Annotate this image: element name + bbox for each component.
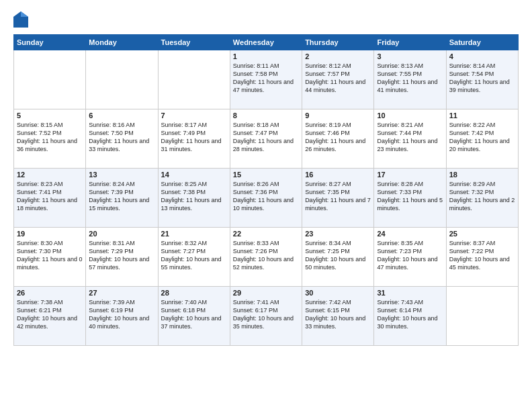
calendar-table: SundayMondayTuesdayWednesdayThursdayFrid… [13,34,519,346]
cell-content: Sunset: 7:33 PM [377,188,443,196]
day-number: 9 [305,111,371,120]
cell-content: Sunrise: 7:38 AM [17,298,83,306]
day-number: 23 [305,230,371,238]
calendar-cell: 2Sunrise: 8:12 AMSunset: 7:57 PMDaylight… [302,50,374,109]
day-number: 3 [377,52,443,60]
cell-content: Daylight: 11 hours and 7 minutes. [305,196,371,212]
page-container: SundayMondayTuesdayWednesdayThursdayFrid… [0,0,532,353]
cell-content: Daylight: 10 hours and 55 minutes. [161,255,227,271]
cell-content: Sunrise: 8:23 AM [17,180,83,188]
calendar-cell [86,50,158,109]
cell-content: Sunset: 7:35 PM [305,188,371,196]
cell-content: Daylight: 11 hours and 10 minutes. [233,196,299,212]
cell-content: Sunrise: 8:14 AM [449,62,515,70]
cell-content: Sunrise: 8:24 AM [89,180,154,188]
cell-content: Daylight: 10 hours and 50 minutes. [305,255,371,271]
cell-content: Sunset: 7:54 PM [449,70,515,78]
cell-content: Sunset: 7:52 PM [17,129,83,137]
cell-content: Sunset: 7:47 PM [233,129,299,137]
day-number: 12 [17,171,83,179]
cell-content: Daylight: 11 hours and 2 minutes. [449,196,515,212]
cell-content: Sunrise: 8:31 AM [89,239,154,247]
calendar-cell: 10Sunrise: 8:21 AMSunset: 7:44 PMDayligh… [374,109,446,169]
calendar-cell: 7Sunrise: 8:17 AMSunset: 7:49 PMDaylight… [158,109,230,169]
calendar-cell: 31Sunrise: 7:43 AMSunset: 6:14 PMDayligh… [374,287,446,346]
cell-content: Daylight: 11 hours and 44 minutes. [305,78,371,94]
cell-content: Sunrise: 8:15 AM [17,121,83,129]
cell-content: Sunrise: 8:32 AM [161,239,227,247]
cell-content: Sunset: 7:58 PM [233,70,299,78]
cell-content: Sunrise: 8:21 AM [377,121,443,129]
day-number: 11 [449,111,515,120]
cell-content: Sunrise: 8:34 AM [305,239,371,247]
cell-content: Daylight: 11 hours and 47 minutes. [233,78,299,94]
calendar-cell: 29Sunrise: 7:41 AMSunset: 6:17 PMDayligh… [230,287,302,346]
cell-content: Sunset: 6:19 PM [89,306,154,314]
calendar-week-row: 5Sunrise: 8:15 AMSunset: 7:52 PMDaylight… [14,109,519,169]
weekday-header: Wednesday [230,35,302,50]
cell-content: Daylight: 10 hours and 40 minutes. [89,314,154,330]
calendar-cell: 28Sunrise: 7:40 AMSunset: 6:18 PMDayligh… [158,287,230,346]
weekday-header: Saturday [446,35,518,50]
cell-content: Daylight: 11 hours and 41 minutes. [377,78,443,94]
cell-content: Sunrise: 7:39 AM [89,298,154,306]
cell-content: Sunset: 7:36 PM [233,188,299,196]
calendar-cell: 26Sunrise: 7:38 AMSunset: 6:21 PMDayligh… [14,287,86,346]
cell-content: Daylight: 11 hours and 31 minutes. [161,137,227,153]
calendar-cell [14,50,86,109]
calendar-cell: 25Sunrise: 8:37 AMSunset: 7:22 PMDayligh… [446,228,518,287]
calendar-week-row: 26Sunrise: 7:38 AMSunset: 6:21 PMDayligh… [14,287,519,346]
day-number: 1 [233,52,299,60]
cell-content: Sunset: 7:50 PM [89,129,154,137]
weekday-header: Sunday [14,35,86,50]
cell-content: Daylight: 11 hours and 18 minutes. [17,196,83,212]
cell-content: Sunrise: 8:28 AM [377,180,443,188]
calendar-cell: 20Sunrise: 8:31 AMSunset: 7:29 PMDayligh… [86,228,158,287]
cell-content: Sunset: 7:38 PM [161,188,227,196]
calendar-cell: 11Sunrise: 8:22 AMSunset: 7:42 PMDayligh… [446,109,518,169]
cell-content: Sunrise: 8:33 AM [233,239,299,247]
cell-content: Sunset: 7:49 PM [161,129,227,137]
day-number: 27 [89,289,154,297]
cell-content: Sunrise: 8:22 AM [449,121,515,129]
cell-content: Sunset: 7:27 PM [161,247,227,255]
day-number: 13 [89,171,154,179]
cell-content: Sunrise: 8:35 AM [377,239,443,247]
calendar-cell: 21Sunrise: 8:32 AMSunset: 7:27 PMDayligh… [158,228,230,287]
cell-content: Sunset: 7:55 PM [377,70,443,78]
calendar-cell: 22Sunrise: 8:33 AMSunset: 7:26 PMDayligh… [230,228,302,287]
cell-content: Daylight: 11 hours and 36 minutes. [17,137,83,153]
cell-content: Sunset: 6:18 PM [161,306,227,314]
cell-content: Daylight: 10 hours and 57 minutes. [89,255,154,271]
calendar-cell: 27Sunrise: 7:39 AMSunset: 6:19 PMDayligh… [86,287,158,346]
calendar-cell: 13Sunrise: 8:24 AMSunset: 7:39 PMDayligh… [86,169,158,228]
calendar-cell [158,50,230,109]
day-number: 20 [89,230,154,238]
cell-content: Daylight: 11 hours and 15 minutes. [89,196,154,212]
cell-content: Sunrise: 8:19 AM [305,121,371,129]
cell-content: Daylight: 10 hours and 47 minutes. [377,255,443,271]
cell-content: Daylight: 10 hours and 52 minutes. [233,255,299,271]
cell-content: Sunrise: 8:26 AM [233,180,299,188]
cell-content: Daylight: 11 hours and 0 minutes. [17,255,83,271]
weekday-header: Monday [86,35,158,50]
cell-content: Daylight: 11 hours and 33 minutes. [89,137,154,153]
cell-content: Sunset: 7:25 PM [305,247,371,255]
cell-content: Sunset: 6:17 PM [233,306,299,314]
day-number: 30 [305,289,371,297]
cell-content: Sunset: 7:23 PM [377,247,443,255]
cell-content: Daylight: 10 hours and 45 minutes. [449,255,515,271]
calendar-cell: 12Sunrise: 8:23 AMSunset: 7:41 PMDayligh… [14,169,86,228]
day-number: 17 [377,171,443,179]
cell-content: Sunset: 7:22 PM [449,247,515,255]
cell-content: Sunset: 7:32 PM [449,188,515,196]
cell-content: Daylight: 11 hours and 26 minutes. [305,137,371,153]
weekday-header: Tuesday [158,35,230,50]
day-number: 14 [161,171,227,179]
day-number: 18 [449,171,515,179]
calendar-cell: 6Sunrise: 8:16 AMSunset: 7:50 PMDaylight… [86,109,158,169]
weekday-header: Thursday [302,35,374,50]
cell-content: Sunset: 7:30 PM [17,247,83,255]
day-number: 15 [233,171,299,179]
cell-content: Sunset: 7:26 PM [233,247,299,255]
